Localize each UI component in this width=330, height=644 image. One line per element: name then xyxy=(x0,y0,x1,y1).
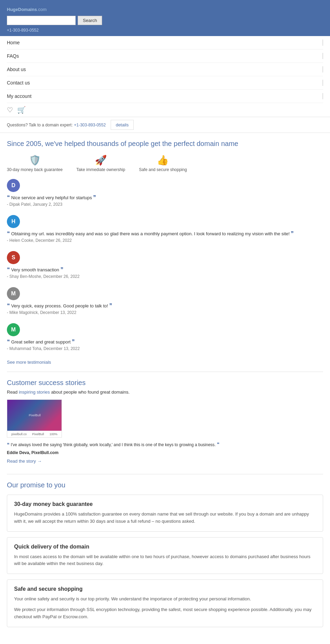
testimonial-text-1: ❝ Obtaining my url. was incredibly easy … xyxy=(7,230,323,237)
nav-divider xyxy=(322,93,323,99)
promise-card-0: 30-day money back guarantee HugeDomains … xyxy=(7,495,323,532)
questions-bar: Questions? Talk to a domain expert: +1-3… xyxy=(0,117,330,133)
wishlist-icon[interactable]: ♡ xyxy=(7,106,13,114)
cart-icon[interactable]: 🛒 xyxy=(17,106,26,114)
nav-divider xyxy=(322,66,323,72)
testimonial-text-3: ❝ Very quick, easy process. Good people … xyxy=(7,302,323,309)
nav-icon-row: ♡ 🛒 xyxy=(7,103,323,117)
testimonial-1: H ❝ Obtaining my url. was incredibly eas… xyxy=(7,215,323,243)
story-image: PixelBull xyxy=(7,400,62,431)
questions-text: Questions? Talk to a domain expert: xyxy=(7,123,73,127)
testimonial-text-0: ❝ Nice service and very helpful for star… xyxy=(7,194,323,201)
testimonial-header-0: D xyxy=(7,179,323,192)
logo-suffix: .com xyxy=(37,7,46,12)
story-meta-3: 100% xyxy=(50,432,57,436)
divider-2 xyxy=(7,474,323,474)
trust-icon-2: 👍 xyxy=(157,155,169,166)
testimonial-author-3: - Mike Magolnick, December 13, 2022 xyxy=(7,310,323,315)
promise-card-text-0: HugeDomains provides a 100% satisfaction… xyxy=(14,511,316,525)
success-title: Customer success stories xyxy=(7,379,323,387)
trust-icon-0: 🛡️ xyxy=(29,155,41,166)
quote-open-3: ❝ xyxy=(7,303,10,308)
avatar-0: D xyxy=(7,179,20,192)
quote-close-2: ❞ xyxy=(60,267,64,272)
nav-divider xyxy=(322,39,323,46)
header-phone: +1-303-893-0552 xyxy=(7,28,323,33)
subtitle-post: about people who found great domains. xyxy=(50,389,130,395)
trust-label-1: Take immediate ownership xyxy=(76,167,125,172)
details-popup[interactable]: details xyxy=(111,120,134,130)
search-bar: Search xyxy=(7,16,323,25)
trust-label-0: 30-day money back guarantee xyxy=(7,167,63,172)
quote-open-2: ❝ xyxy=(7,267,10,272)
testimonial-2: S ❝ Very smooth transaction ❞ - Shay Ben… xyxy=(7,251,323,279)
trust-icon-1: 🚀 xyxy=(95,155,107,166)
testimonial-0: D ❝ Nice service and very helpful for st… xyxy=(7,179,323,207)
promise-card-text-2-b: We protect your information through SSL … xyxy=(14,606,316,621)
testimonials-list: D ❝ Nice service and very helpful for st… xyxy=(7,179,323,351)
testimonial-header-3: M xyxy=(7,287,323,300)
testimonial-3: M ❝ Very quick, easy process. Good peopl… xyxy=(7,287,323,315)
story-meta-1: pixelbull.co xyxy=(11,432,27,436)
quote-open-4: ❝ xyxy=(7,339,10,344)
inspiring-stories-link[interactable]: inspiring stories xyxy=(19,389,50,395)
quote-open-1: ❝ xyxy=(7,230,10,236)
main-section-title: Since 2005, we've helped thousands of pe… xyxy=(7,140,323,148)
arrow-right-icon: → xyxy=(37,459,42,464)
testimonial-header-1: H xyxy=(7,215,323,228)
story-meta-2: PixelBull xyxy=(32,432,44,436)
see-more-link[interactable]: See more testimonials xyxy=(7,360,51,365)
promise-card-2: Safe and secure shopping Your online saf… xyxy=(7,579,323,627)
search-input[interactable] xyxy=(7,16,76,25)
search-button[interactable]: Search xyxy=(78,16,102,25)
testimonial-author-2: - Shay Ben-Moshe, December 26, 2022 xyxy=(7,274,323,279)
testimonial-author-4: - Muhammad Toha, December 13, 2022 xyxy=(7,346,323,351)
quote-open-icon: ❝ xyxy=(7,442,10,447)
avatar-1: H xyxy=(7,215,20,228)
story-author: Eddie Deva, PixelBull.com xyxy=(7,450,323,455)
quote-close-1: ❞ xyxy=(291,230,294,236)
testimonial-header-2: S xyxy=(7,251,323,264)
testimonial-text-4: ❝ Great seller and great support ❞ xyxy=(7,338,323,345)
promise-card-text-2-a: Your online safety and security is our t… xyxy=(14,596,316,603)
avatar-4: M xyxy=(7,323,20,336)
trust-item-2: 👍 Safe and secure shopping xyxy=(139,155,187,172)
story-quote: ❝ I've always loved the saying 'think gl… xyxy=(7,441,323,448)
site-logo: HugeDomains.com xyxy=(7,4,323,13)
testimonial-author-0: - Dipak Patel, January 2, 2023 xyxy=(7,202,323,207)
divider-1 xyxy=(7,372,323,372)
story-image-label: PixelBull xyxy=(29,414,41,417)
nav-item-contact[interactable]: Contact us xyxy=(7,76,323,90)
testimonial-text-2: ❝ Very smooth transaction ❞ xyxy=(7,266,323,273)
testimonial-4: M ❝ Great seller and great support ❞ - M… xyxy=(7,323,323,351)
customer-success-section: Customer success stories Read inspiring … xyxy=(7,379,323,464)
trust-label-2: Safe and secure shopping xyxy=(139,167,187,172)
navigation: Home FAQs About us Contact us My account… xyxy=(0,36,330,117)
read-story-text: Read the story xyxy=(7,459,36,464)
story-quote-text: I've always loved the saying 'think glob… xyxy=(11,442,216,447)
quote-open-0: ❝ xyxy=(7,194,10,200)
quote-close-4: ❞ xyxy=(72,339,75,344)
success-subtitle: Read inspiring stories about people who … xyxy=(7,389,323,395)
quote-close-0: ❞ xyxy=(93,194,96,200)
story-meta: pixelbull.co PixelBull 100% xyxy=(7,431,62,437)
promise-card-title-2: Safe and secure shopping xyxy=(14,586,316,592)
trust-row: 🛡️ 30-day money back guarantee 🚀 Take im… xyxy=(7,155,323,172)
story-image-inner: PixelBull xyxy=(7,400,62,431)
promise-card-text-1: In most cases access to the domain will … xyxy=(14,553,316,568)
nav-divider xyxy=(322,53,323,59)
questions-phone[interactable]: +1-303-893-0552 xyxy=(74,123,106,127)
avatar-2: S xyxy=(7,251,20,264)
story-card: PixelBull pixelbull.co PixelBull 100% xyxy=(7,399,62,438)
quote-close-3: ❞ xyxy=(109,303,112,308)
nav-item-home[interactable]: Home xyxy=(7,36,323,49)
trust-item-1: 🚀 Take immediate ownership xyxy=(76,155,125,172)
logo-text: HugeDomains xyxy=(7,7,37,12)
avatar-3: M xyxy=(7,287,20,300)
nav-divider xyxy=(322,80,323,86)
nav-item-about[interactable]: About us xyxy=(7,63,323,76)
read-story-link[interactable]: Read the story → xyxy=(7,459,323,464)
nav-item-faqs[interactable]: FAQs xyxy=(7,49,323,63)
promise-title: Our promise to you xyxy=(7,481,323,489)
nav-item-account[interactable]: My account xyxy=(7,90,323,103)
